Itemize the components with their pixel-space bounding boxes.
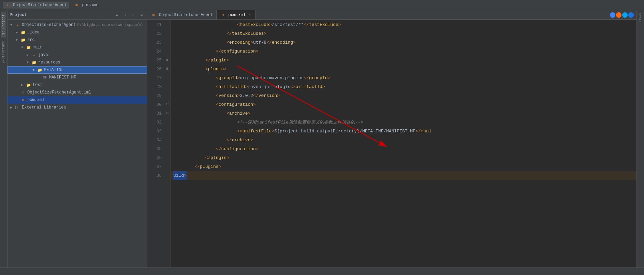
- tree-item-java[interactable]: ▶ ☕ java: [8, 51, 147, 59]
- title-bar: ✦ ObjectSizeFetcherAgent m pom.xml: [0, 0, 644, 10]
- toolbar-sync-btn[interactable]: ↕: [122, 12, 129, 18]
- code-line-21: <testExclude> /src/test/** </testExclude…: [171, 20, 636, 29]
- icon-manifest: MF: [42, 75, 48, 80]
- arrow-test: ▶: [21, 83, 26, 87]
- code-line-28: <artifactId> maven-jar-plugin </artifact…: [171, 83, 636, 91]
- ln-38: 38: [147, 171, 162, 180]
- tree-item-main[interactable]: ▼ 📁 main: [8, 44, 147, 51]
- icon-pom: m: [20, 97, 26, 103]
- ln-23: 23: [147, 38, 162, 47]
- label-pom: pom.xml: [27, 98, 44, 102]
- fold-22: [164, 29, 170, 38]
- browser-icons: [610, 12, 636, 18]
- tree-item-src[interactable]: ▼ 📁 src: [8, 36, 147, 44]
- editor-tabs: m ObjectSizeFetcherAgent m pom.xml ×: [147, 10, 636, 20]
- icon-meta: 📁: [37, 67, 43, 73]
- edge-icon[interactable]: [622, 12, 628, 18]
- code-line-34: </archive>: [171, 136, 636, 145]
- fold-36: [164, 153, 170, 162]
- fold-31[interactable]: ⊟: [164, 108, 170, 117]
- ln-28: 28: [147, 83, 162, 91]
- ln-32: 32: [147, 118, 162, 127]
- tree-item-root[interactable]: ▼ ✦ ObjectSizeFetcherAgent E:\bigdata-co…: [8, 21, 147, 29]
- icon-test: 📁: [26, 82, 31, 88]
- code-line-38: uild>: [171, 171, 636, 180]
- fold-26[interactable]: ⊞: [164, 64, 170, 73]
- sidebar-tab-right[interactable]: ities: [638, 12, 643, 24]
- fold-30[interactable]: ⊟: [164, 100, 170, 108]
- title-bar-project[interactable]: ✦ ObjectSizeFetcherAgent: [3, 2, 69, 9]
- icon-extlibs: |||: [15, 105, 20, 110]
- maven-title-icon: m: [74, 2, 79, 8]
- title-pom-label: pom.xml: [82, 3, 99, 8]
- code-line-30: <configuration>: [171, 100, 636, 109]
- fold-33: [164, 126, 170, 135]
- fold-25[interactable]: ⊟: [164, 55, 170, 64]
- code-line-32: <!--使用manifestFile属性配置自定义的参数文件所在的-->: [171, 118, 636, 127]
- safari-icon[interactable]: [628, 12, 634, 18]
- project-toolbar-title: Project: [10, 13, 112, 17]
- fold-29: [164, 91, 170, 100]
- ln-22: 22: [147, 29, 162, 38]
- tree-item-idea[interactable]: ▶ 📁 .idea: [8, 29, 147, 36]
- toolbar-menu-btn[interactable]: ≡: [138, 12, 145, 18]
- tab-icon-project: m: [151, 12, 156, 18]
- left-sidebar: 1: Project Z-Structure: [0, 10, 8, 267]
- label-extlibs: External Libraries: [22, 105, 66, 110]
- firefox-icon[interactable]: [616, 12, 621, 18]
- tree-item-iml[interactable]: □ ObjectSizeFetcherAgent.iml: [8, 89, 147, 96]
- arrow-idea: ▶: [16, 30, 20, 34]
- code-content[interactable]: <testExclude> /src/test/** </testExclude…: [171, 20, 636, 267]
- toolbar-expand-btn[interactable]: ↔: [130, 12, 137, 18]
- chrome-icon[interactable]: [610, 12, 615, 18]
- toolbar-gear-btn[interactable]: ⚙: [114, 12, 120, 18]
- icon-idea: 📁: [20, 30, 26, 35]
- ln-29: 29: [147, 91, 162, 100]
- ln-36: 36: [147, 154, 162, 162]
- fold-28: [164, 82, 170, 91]
- tree-item-meta-inf[interactable]: ▼ 📁 META-INF: [8, 66, 147, 74]
- fold-35: [164, 144, 170, 153]
- tab-label-pom: pom.xml: [228, 13, 245, 17]
- tab-close-pom[interactable]: ×: [247, 13, 252, 17]
- tree-item-pom[interactable]: m pom.xml: [8, 96, 147, 104]
- editor-area: m ObjectSizeFetcherAgent m pom.xml × 21 …: [147, 10, 636, 267]
- label-manifest: MANIFEST.MF: [49, 75, 76, 80]
- right-sidebar: ities: [636, 10, 644, 267]
- ln-24: 24: [147, 47, 162, 56]
- arrow-meta: ▼: [32, 68, 37, 72]
- code-line-33: <manifestFile> ${project.build.outputDir…: [171, 127, 636, 136]
- tree-item-test[interactable]: ▶ 📁 test: [8, 81, 147, 89]
- icon-main: 📁: [26, 45, 31, 50]
- label-java: java: [38, 53, 48, 57]
- sidebar-tab-project[interactable]: 1: Project: [1, 12, 6, 38]
- label-idea: .idea: [27, 30, 40, 35]
- arrow-res: ▼: [27, 61, 31, 64]
- label-res: resources: [38, 60, 60, 65]
- path-root: E:\bigdata-course\workspace\O: [77, 23, 142, 27]
- tree-item-extlibs[interactable]: ▶ ||| External Libraries: [8, 104, 147, 111]
- ln-21: 21: [147, 20, 162, 29]
- fold-37: [164, 162, 170, 171]
- arrow-src: ▼: [16, 38, 20, 42]
- code-line-25: </plugin>: [171, 56, 636, 65]
- editor-tab-project[interactable]: m ObjectSizeFetcherAgent: [147, 10, 217, 19]
- title-bar-pom[interactable]: m pom.xml: [72, 2, 101, 9]
- tree-item-resources[interactable]: ▼ 📁 resources: [8, 59, 147, 66]
- arrow-main: ▼: [21, 46, 26, 49]
- label-meta: META-INF: [44, 68, 64, 72]
- line-numbers: 21 22 23 24 25 26 27 28 29 30 31 32 33 3…: [147, 20, 164, 267]
- tree-item-manifest[interactable]: MF MANIFEST.MF: [8, 74, 147, 81]
- icon-root: ✦: [15, 22, 20, 28]
- label-src: src: [27, 38, 35, 42]
- project-toolbar: Project ⚙ ↕ ↔ ≡: [8, 10, 147, 20]
- main-layout: 1: Project Z-Structure Project ⚙ ↕ ↔ ≡ ▼…: [0, 10, 644, 267]
- code-line-36: </plugin>: [171, 154, 636, 162]
- editor-tab-pom[interactable]: m pom.xml ×: [217, 10, 255, 19]
- arrow-root: ▼: [10, 23, 15, 27]
- fold-21: [164, 20, 170, 29]
- code-line-22: </testExcludes>: [171, 29, 636, 38]
- code-line-37: </plugins>: [171, 162, 636, 171]
- sidebar-tab-structure[interactable]: Z-Structure: [1, 38, 6, 66]
- project-panel: Project ⚙ ↕ ↔ ≡ ▼ ✦ ObjectSizeFetcherAge…: [8, 10, 147, 267]
